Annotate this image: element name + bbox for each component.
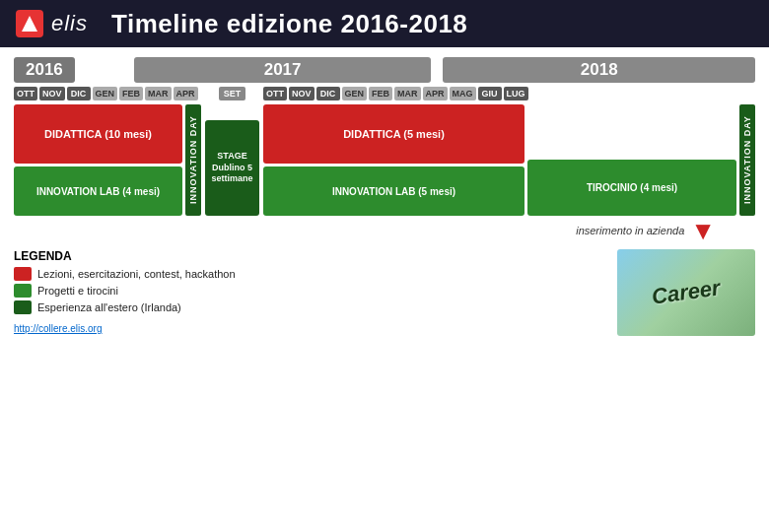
innovation-day-bar-2016: INNOVATION DAY bbox=[185, 104, 201, 216]
stage-spacer bbox=[205, 104, 259, 120]
legenda-label-2: Esperienza all'estero (Irlanda) bbox=[37, 301, 181, 313]
month-lug-2018: LUG bbox=[504, 87, 528, 100]
month-mag-2018: MAG bbox=[450, 87, 476, 100]
didattica-2016-block: DIDATTICA (10 mesi) bbox=[14, 104, 182, 164]
month-mar-2016: MAR bbox=[145, 87, 172, 100]
legenda-item-0: Lezioni, esercitazioni, contest, hackath… bbox=[14, 267, 597, 281]
month-dec-2018: DIC bbox=[316, 87, 340, 100]
month-mar-2018: MAR bbox=[394, 87, 421, 100]
month-oct-2016: OTT bbox=[14, 87, 37, 100]
inserimento-row: inserimento in azienda ▼ bbox=[14, 218, 755, 243]
section-2016: DIDATTICA (10 mesi) INNOVATION LAB (4 me… bbox=[14, 104, 201, 216]
innovation-lab-2018-block: INNOVATION LAB (5 mesi) bbox=[263, 166, 524, 216]
month-giu-2018: GIU bbox=[478, 87, 502, 100]
set-badge: SET bbox=[219, 87, 246, 100]
tirocinio-block: TIROCINIO (4 mesi) bbox=[527, 160, 736, 216]
legenda-color-red bbox=[14, 267, 32, 281]
month-gen-2016: GEN bbox=[93, 87, 118, 100]
month-feb-2018: FEB bbox=[369, 87, 392, 100]
section-stage: STAGE Dublino 5 settimane bbox=[205, 104, 259, 216]
month-row: OTT NOV DIC GEN FEB MAR APR SET OTT NOV … bbox=[14, 87, 755, 100]
legenda-color-green bbox=[14, 284, 32, 298]
month-oct-2018: OTT bbox=[263, 87, 287, 100]
timeline-blocks: DIDATTICA (10 mesi) INNOVATION LAB (4 me… bbox=[14, 104, 755, 216]
inserimento-text: inserimento in azienda bbox=[576, 225, 684, 236]
legenda-label-0: Lezioni, esercitazioni, contest, hackath… bbox=[37, 268, 236, 280]
svg-marker-0 bbox=[22, 16, 37, 32]
year-2018-label: 2018 bbox=[443, 57, 755, 83]
career-text: Career bbox=[651, 275, 723, 309]
logo-text: elis bbox=[51, 11, 88, 36]
month-apr-2016: APR bbox=[174, 87, 198, 100]
innovation-day-bar-2018: INNOVATION DAY bbox=[739, 104, 755, 216]
didattica-2018-block: DIDATTICA (5 mesi) bbox=[263, 104, 524, 164]
stage-block: STAGE Dublino 5 settimane bbox=[205, 120, 259, 216]
section-2018-right: TIROCINIO (4 mesi) bbox=[527, 104, 736, 216]
legenda-title: LEGENDA bbox=[14, 249, 597, 263]
months-2018: OTT NOV DIC GEN FEB MAR APR MAG GIU LUG bbox=[263, 87, 755, 100]
month-nov-2018: NOV bbox=[289, 87, 315, 100]
month-gen-2018: GEN bbox=[342, 87, 368, 100]
set-area: SET bbox=[205, 87, 259, 100]
header: elis Timeline edizione 2016-2018 bbox=[0, 0, 769, 47]
legenda-color-darkgreen bbox=[14, 300, 32, 314]
month-dec-2016: DIC bbox=[67, 87, 91, 100]
legenda-left: LEGENDA Lezioni, esercitazioni, contest,… bbox=[14, 249, 597, 336]
legenda-item-2: Esperienza all'estero (Irlanda) bbox=[14, 300, 597, 314]
month-nov-2016: NOV bbox=[39, 87, 65, 100]
legenda-label-1: Progetti e tirocini bbox=[37, 285, 118, 297]
legenda-item-1: Progetti e tirocini bbox=[14, 284, 597, 298]
page-title: Timeline edizione 2016-2018 bbox=[111, 9, 467, 39]
legenda-section: LEGENDA Lezioni, esercitazioni, contest,… bbox=[14, 249, 755, 336]
section-2018-left: DIDATTICA (5 mesi) INNOVATION LAB (5 mes… bbox=[263, 104, 524, 216]
year-2016-label: 2016 bbox=[14, 57, 75, 83]
main-content: 2016 2017 2018 OTT NOV DIC GEN FEB MAR A… bbox=[0, 47, 769, 344]
logo-icon bbox=[16, 10, 43, 37]
footer-link[interactable]: http://collere.elis.org bbox=[14, 323, 103, 334]
months-2016: OTT NOV DIC GEN FEB MAR APR bbox=[14, 87, 201, 100]
career-image: Career bbox=[617, 249, 755, 336]
arrow-down-icon: ▼ bbox=[690, 218, 716, 243]
blocks-2016-inner: DIDATTICA (10 mesi) INNOVATION LAB (4 me… bbox=[14, 104, 182, 216]
year-2017-label: 2017 bbox=[134, 57, 432, 83]
year-labels-row: 2016 2017 2018 bbox=[14, 57, 755, 83]
innovation-lab-2016-block: INNOVATION LAB (4 mesi) bbox=[14, 166, 182, 216]
month-feb-2016: FEB bbox=[119, 87, 143, 100]
career-image-area: Career bbox=[617, 249, 755, 336]
month-apr-2018: APR bbox=[423, 87, 448, 100]
section-2018: DIDATTICA (5 mesi) INNOVATION LAB (5 mes… bbox=[263, 104, 755, 216]
logo-area: elis bbox=[16, 10, 88, 37]
